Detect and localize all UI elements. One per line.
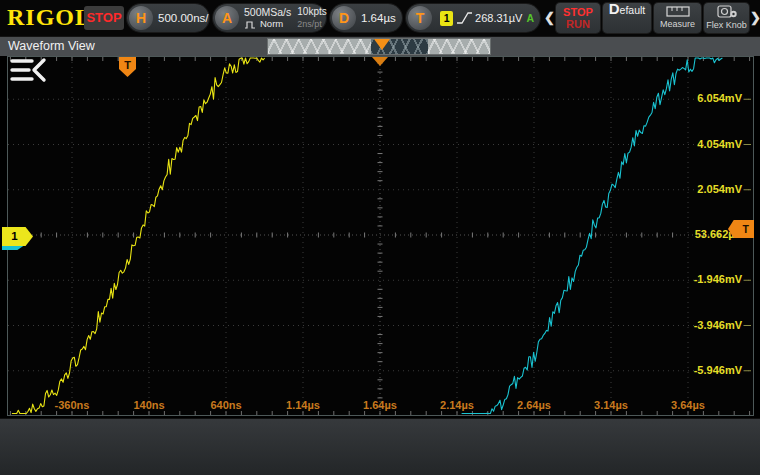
- y-axis-label: 6.054mV: [672, 92, 742, 104]
- x-axis-label: 3.14µs: [579, 399, 643, 411]
- horizontal-center-marker[interactable]: [372, 57, 388, 66]
- waveform-display[interactable]: T 1 T 6.054mV4.054mV2.054mV53.662µV-1.94…: [7, 56, 754, 416]
- pulse-icon: [244, 20, 257, 29]
- delay-button[interactable]: D 1.64µs: [330, 4, 402, 32]
- acquisition-status-badge: STOP: [84, 6, 124, 30]
- acquire-mode: Norm: [260, 18, 283, 30]
- chevron-left-icon[interactable]: ❮: [544, 9, 554, 27]
- trigger-source-badge: 1: [440, 11, 453, 26]
- knob-icon: [716, 5, 738, 18]
- rigol-logo: RIGOL: [7, 4, 92, 31]
- delay-value: 1.64µs: [361, 12, 396, 24]
- x-axis-label: 140ns: [117, 399, 181, 411]
- trigger-sweep-indicator: A: [526, 12, 534, 24]
- rising-edge-icon: [456, 10, 472, 26]
- ruler-icon: [666, 6, 690, 17]
- h-key-icon: H: [129, 6, 153, 30]
- stop-label: STOP: [563, 6, 593, 18]
- sample-rate: 500MSa/s: [244, 6, 291, 18]
- d-key-icon: D: [332, 6, 356, 30]
- trigger-button[interactable]: T 1 268.31µV A: [406, 4, 540, 32]
- oscilloscope-screen: { "top_bar": { "logo": "RIGOL", "acquisi…: [0, 0, 760, 475]
- trigger-level-value: 268.31µV: [475, 12, 522, 24]
- menu-collapse-icon[interactable]: [8, 57, 48, 83]
- x-axis-label: 640ns: [194, 399, 258, 411]
- measure-button[interactable]: Measure: [654, 3, 701, 33]
- top-bar: RIGOL STOP H 500.00ns/ A 500MSa/s Norm 1…: [0, 0, 760, 36]
- x-axis-label: 3.64µs: [656, 399, 720, 411]
- flex-knob-label: Flex Knob: [706, 19, 747, 31]
- y-axis-label: 2.054mV: [672, 183, 742, 195]
- t-key-icon: T: [408, 6, 432, 30]
- x-axis-label: 2.14µs: [425, 399, 489, 411]
- horizontal-timebase-button[interactable]: H 500.00ns/: [127, 4, 209, 32]
- chevron-right-icon[interactable]: ❯: [750, 9, 760, 27]
- stop-run-button[interactable]: STOP RUN: [556, 3, 600, 33]
- y-axis-label: 4.054mV: [672, 138, 742, 150]
- default-button[interactable]: Default: [603, 3, 651, 33]
- x-axis-label: 2.64µs: [502, 399, 566, 411]
- view-title-bar: Waveform View: [0, 36, 760, 56]
- flex-knob-button[interactable]: Flex Knob: [704, 3, 749, 33]
- measure-label: Measure: [660, 18, 695, 30]
- status-bar: CH1 2.00mV/ Ω -53.66µV CH2 2.00mV/ -153.…: [0, 418, 760, 475]
- ch1-trace: [12, 58, 265, 414]
- sample-interval: 2ns/pt: [297, 18, 326, 30]
- run-label: RUN: [566, 18, 590, 30]
- x-axis-label: -360ns: [40, 399, 104, 411]
- a-key-icon: A: [215, 6, 239, 30]
- y-axis-label: -3.946mV: [672, 319, 742, 331]
- y-axis-label: -5.946mV: [672, 364, 742, 376]
- graticule: [8, 57, 753, 415]
- y-axis-label: -1.946mV: [672, 273, 742, 285]
- memory-depth: 10kpts: [297, 6, 326, 18]
- x-axis-label: 1.64µs: [348, 399, 412, 411]
- acquisition-button[interactable]: A 500MSa/s Norm 10kpts 2ns/pt: [213, 4, 326, 32]
- view-title: Waveform View: [8, 39, 95, 53]
- timebase-value: 500.00ns/: [158, 12, 209, 24]
- x-axis-label: 1.14µs: [271, 399, 335, 411]
- triangle-down-icon[interactable]: [374, 39, 390, 50]
- waveform-overview-strip[interactable]: [268, 39, 490, 54]
